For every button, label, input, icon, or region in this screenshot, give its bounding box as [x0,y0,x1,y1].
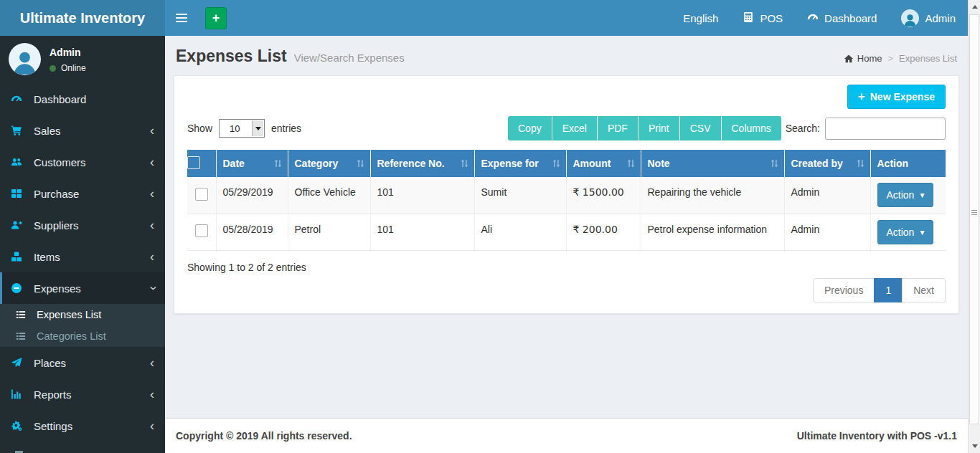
dashboard-label: Dashboard [824,12,877,24]
breadcrumb-home-label: Home [857,53,882,64]
sidebar-item-categories-list[interactable]: Categories List [0,325,165,347]
breadcrumb-separator-icon: > [887,53,893,64]
sort-icon [460,159,469,168]
chevron-left-icon: ‹ [150,356,154,369]
row-action-button[interactable]: Action ▾ [877,220,934,244]
column-header-created-by[interactable]: Created by [784,150,870,177]
sidebar-item-settings[interactable]: Settings ‹ [0,410,165,442]
sidebar-item-places[interactable]: Places ‹ [0,347,165,378]
nav-item-user[interactable]: Admin [889,0,968,36]
sidebar-item-expenses-list[interactable]: Expenses List [0,304,165,325]
column-header-expense-for[interactable]: Expense for [474,150,566,177]
copyright-text: Copyright © 2019 All rights reserved. [176,430,352,442]
column-header-date[interactable]: Date [216,150,288,177]
pagination: Previous 1 Next [187,278,946,302]
search-input[interactable] [825,118,946,140]
cell-created-by: Admin [784,177,870,214]
pdf-button[interactable]: PDF [598,116,639,140]
sidebar-item-customers[interactable]: Customers ‹ [0,146,165,178]
new-expense-label: New Expense [870,91,935,102]
chevron-left-icon: ‹ [150,388,154,401]
column-header-note[interactable]: Note [641,150,784,177]
excel-button[interactable]: Excel [552,116,598,140]
scrollbar-thumb[interactable] [969,14,979,424]
export-buttons: Copy Excel PDF Print CSV Columns [508,116,781,140]
nav-item-dashboard[interactable]: Dashboard [795,0,889,36]
cell-amount: ₹ 1500.00 [566,177,641,214]
pagination-next-button[interactable]: Next [902,278,946,302]
breadcrumb: Home > Expenses List [844,53,957,64]
page-length-control: Show 10 entries [187,119,301,138]
tachometer-icon [807,11,819,25]
sidebar-item-label: Items [34,251,60,263]
copy-button[interactable]: Copy [508,116,552,140]
sidebar: Admin Online Dashboard Sales ‹ [0,36,165,453]
sidebar-item-dashboard[interactable]: Dashboard [0,83,165,115]
sort-icon [552,159,561,168]
sidebar-item-reports[interactable]: Reports ‹ [0,378,165,410]
row-action-button[interactable]: Action ▾ [877,183,934,207]
cell-expense-for: Ali [474,214,566,250]
column-header-amount[interactable]: Amount [566,150,641,177]
sidebar-item-expenses[interactable]: Expenses ‹ [0,272,165,304]
row-checkbox[interactable] [195,224,208,237]
plus-icon: + [858,90,865,104]
users-icon [11,156,27,168]
sidebar-item-sales[interactable]: Sales ‹ [0,115,165,146]
cell-category: Office Vehicle [288,177,370,214]
entries-label: entries [271,123,301,134]
row-checkbox[interactable] [195,188,208,201]
scrollbar-grip-icon [971,210,977,216]
scrollbar-up-arrow[interactable] [969,1,980,13]
sidebar-item-purchase[interactable]: Purchase ‹ [0,178,165,209]
pagination-previous-button[interactable]: Previous [813,278,875,302]
sidebar-toggle-button[interactable] [165,0,198,36]
sort-icon [856,159,865,168]
sidebar-menu: Dashboard Sales ‹ Customers ‹ P [0,83,165,442]
cell-date: 05/29/2019 [216,177,288,214]
grid-icon [11,188,27,199]
cell-reference: 101 [370,214,474,250]
navbar-right-menu: English POS Dashboard [671,0,968,36]
scrollbar-down-arrow[interactable] [969,440,980,452]
brand-logo[interactable]: Ultimate Inventory [0,0,165,36]
columns-button[interactable]: Columns [722,116,781,140]
csv-button[interactable]: CSV [680,116,722,140]
sidebar-item-label: Customers [34,156,86,168]
table-row: 05/29/2019 Office Vehicle 101 Sumit ₹ 15… [187,177,946,214]
sidebar-item-suppliers[interactable]: Suppliers ‹ [0,209,165,241]
entries-select[interactable]: 10 [219,119,265,138]
column-header-category[interactable]: Category [288,150,370,177]
expenses-table: Date Category Reference No. Expense for … [187,150,946,251]
nav-item-language[interactable]: English [671,0,730,36]
expenses-box: + New Expense Show 10 entries Copy Excel… [174,75,959,314]
sort-icon [273,159,283,168]
caret-down-icon: ▾ [920,191,924,199]
pagination-page-1-button[interactable]: 1 [874,278,903,302]
avatar [9,43,41,75]
select-all-checkbox[interactable] [187,156,200,169]
nav-item-pos[interactable]: POS [730,0,795,36]
sidebar-user-name: Admin [50,47,86,58]
select-dropdown-icon [252,120,263,136]
sidebar-item-items[interactable]: Items ‹ [0,241,165,272]
table-header-row: Date Category Reference No. Expense for … [187,150,946,177]
pos-label: POS [760,12,783,24]
new-expense-button[interactable]: + New Expense [847,85,946,109]
caret-down-icon: ▾ [920,228,924,237]
sidebar-item-label: Suppliers [34,219,79,232]
print-button[interactable]: Print [639,116,680,140]
column-header-reference[interactable]: Reference No. [370,150,474,177]
chevron-left-icon: ‹ [150,156,154,168]
cell-reference: 101 [370,177,474,214]
breadcrumb-home[interactable]: Home [844,53,882,64]
cell-note: Repairing the vehicle [641,177,784,214]
table-toolbar: Show 10 entries Copy Excel PDF Print CSV… [187,116,946,140]
chevron-left-icon: ‹ [150,250,154,263]
quick-add-button[interactable]: + [205,7,227,29]
entries-select-value: 10 [230,123,240,134]
content-header: Expenses List View/Search Expenses Home … [165,36,968,75]
vertical-scrollbar[interactable] [968,0,980,453]
content-wrapper: Expenses List View/Search Expenses Home … [165,36,968,453]
sidebar-item-label: Reports [34,388,72,401]
